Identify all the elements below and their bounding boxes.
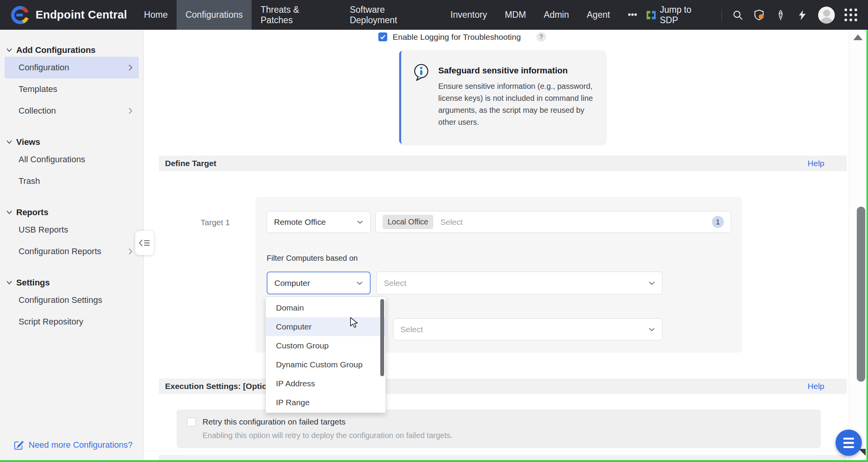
retry-label: Retry this configuration on failed targe… <box>203 417 345 426</box>
fab-tail <box>859 449 866 456</box>
chevron-down-icon <box>648 328 655 331</box>
chevron-down-icon <box>648 281 655 285</box>
screen-border-bottom <box>0 460 868 462</box>
remote-office-chip-input[interactable]: Local Office Select 1 <box>375 211 731 233</box>
brand-name: Endpoint Central <box>36 8 127 21</box>
target-type-select[interactable]: Remote Office <box>267 211 371 233</box>
selection-count-badge: 1 <box>712 216 724 228</box>
dropdown-option-dynamic-custom-group[interactable]: Dynamic Custom Group <box>266 355 385 374</box>
sidebar-item-script-repository[interactable]: Script Repository <box>5 311 139 333</box>
security-shield-icon[interactable] <box>753 9 765 21</box>
nav-configurations[interactable]: Configurations <box>177 0 252 30</box>
endpoint-central-screen: Endpoint Central Home Configurations Thr… <box>0 0 868 462</box>
sidebar-header-label: Reports <box>16 207 48 217</box>
sidebar-header-reports[interactable]: Reports <box>0 206 143 219</box>
sidebar-item-usb-reports[interactable]: USB Reports <box>5 219 139 241</box>
enable-logging-label: Enable Logging for Troubleshooting <box>393 32 521 42</box>
filter-computers-label: Filter Computers based on <box>267 254 358 263</box>
execution-settings-title: Execution Settings: [Optional] <box>165 382 281 391</box>
sidebar-item-label: All Configurations <box>19 155 85 165</box>
sidebar-header-label: Settings <box>16 278 50 288</box>
page-scrollbar <box>849 30 866 460</box>
sidebar-header-views[interactable]: Views <box>0 136 143 149</box>
filter-type-select[interactable]: Computer <box>267 272 371 294</box>
execution-settings-help-link[interactable]: Help <box>808 382 824 391</box>
define-target-section-header: Define Target Help <box>159 156 847 171</box>
sidebar-item-configuration-reports[interactable]: Configuration Reports <box>5 241 139 262</box>
local-office-chip[interactable]: Local Office <box>383 215 433 229</box>
second-filter-value-select[interactable]: Select <box>393 318 662 340</box>
quick-actions-fab[interactable] <box>836 430 862 456</box>
avatar-head <box>823 10 830 17</box>
sidebar-item-templates[interactable]: Templates <box>5 78 139 100</box>
second-filter-placeholder: Select <box>400 325 423 334</box>
filter-type-value: Computer <box>274 279 310 288</box>
nav-mdm[interactable]: MDM <box>496 0 535 30</box>
sidebar-header-settings[interactable]: Settings <box>0 276 143 289</box>
nav-software-deployment[interactable]: Software Deployment <box>341 0 442 30</box>
endpoint-central-logo <box>11 6 29 24</box>
rocket-icon[interactable] <box>775 9 786 21</box>
retry-description: Enabling this option will retry to deplo… <box>203 431 453 440</box>
main-menu: Home Configurations Threats & Patches So… <box>135 0 646 30</box>
jump-to-sdp-button[interactable]: Jump to SDP <box>646 5 711 25</box>
filter-value-select[interactable]: Select <box>376 272 662 294</box>
nav-admin[interactable]: Admin <box>535 0 578 30</box>
info-card-body: Ensure sensitive information (e.g., pass… <box>438 80 601 128</box>
logging-help-badge[interactable]: ? <box>536 32 546 42</box>
dropdown-option-computer[interactable]: Computer <box>266 317 385 336</box>
sidebar-item-configuration-settings[interactable]: Configuration Settings <box>5 289 139 311</box>
target-type-value: Remote Office <box>274 217 326 227</box>
dropdown-scrollbar-thumb[interactable] <box>380 299 384 376</box>
collapse-sidebar-icon <box>139 238 150 248</box>
dropdown-option-domain[interactable]: Domain <box>266 298 385 317</box>
sidebar-item-label: Configuration Settings <box>19 295 102 305</box>
screen-border-right <box>866 30 868 462</box>
scrollbar-up-arrow[interactable] <box>853 34 863 40</box>
sidebar-item-trash[interactable]: Trash <box>5 170 139 192</box>
mouse-cursor <box>350 317 360 329</box>
nav-inventory[interactable]: Inventory <box>442 0 496 30</box>
user-avatar[interactable] <box>818 7 835 24</box>
brand[interactable]: Endpoint Central <box>0 0 135 30</box>
dropdown-option-ip-address[interactable]: IP Address <box>266 374 385 393</box>
scrollbar-thumb[interactable] <box>857 207 865 382</box>
sidebar-section-views: Views All Configurations Trash <box>0 136 143 192</box>
search-icon[interactable] <box>732 9 744 21</box>
sdp-icon <box>646 10 656 20</box>
filter-value-placeholder: Select <box>384 279 406 288</box>
info-card-title: Safeguard sensitive information <box>438 66 568 76</box>
apps-grid-icon[interactable] <box>845 9 856 21</box>
whats-new-lightning-icon[interactable] <box>797 9 808 21</box>
sidebar-item-label: Script Repository <box>19 317 83 327</box>
sidebar-collapse-button[interactable] <box>135 231 154 255</box>
nav-more-ellipsis[interactable]: ••• <box>619 0 646 30</box>
sidebar-item-collection[interactable]: Collection <box>5 100 139 122</box>
sidebar-section-reports: Reports USB Reports Configuration Report… <box>0 206 143 262</box>
enable-logging-checkbox[interactable] <box>378 32 387 41</box>
main-content: Enable Logging for Troubleshooting ? Saf… <box>144 30 849 460</box>
nav-divider <box>722 9 722 21</box>
nav-threats-patches[interactable]: Threats & Patches <box>252 0 341 30</box>
sidebar-item-label: Templates <box>19 84 57 94</box>
sidebar-item-label: Collection <box>19 106 56 116</box>
sidebar-header-add-configurations[interactable]: Add Configurations <box>0 44 143 57</box>
retry-checkbox[interactable] <box>187 418 196 426</box>
check-icon <box>380 34 386 39</box>
dropdown-option-custom-group[interactable]: Custom Group <box>266 336 385 355</box>
sidebar-item-all-configurations[interactable]: All Configurations <box>5 149 139 170</box>
chevron-down-icon <box>6 210 12 215</box>
nav-home[interactable]: Home <box>135 0 177 30</box>
target-1-label: Target 1 <box>201 218 230 227</box>
edit-icon <box>14 440 24 450</box>
nav-agent[interactable]: Agent <box>578 0 619 30</box>
define-target-help-link[interactable]: Help <box>808 159 824 168</box>
jump-to-sdp-label: Jump to SDP <box>660 5 711 25</box>
chevron-down-icon <box>357 220 363 224</box>
dropdown-option-ip-range[interactable]: IP Range <box>266 393 385 412</box>
sidebar-item-configuration[interactable]: Configuration <box>5 57 139 78</box>
chevron-right-icon <box>128 64 133 71</box>
need-more-configurations-link[interactable]: Need more Configurations? <box>14 440 133 450</box>
avatar-body <box>820 17 833 24</box>
sidebar-item-label: Configuration <box>19 63 69 73</box>
